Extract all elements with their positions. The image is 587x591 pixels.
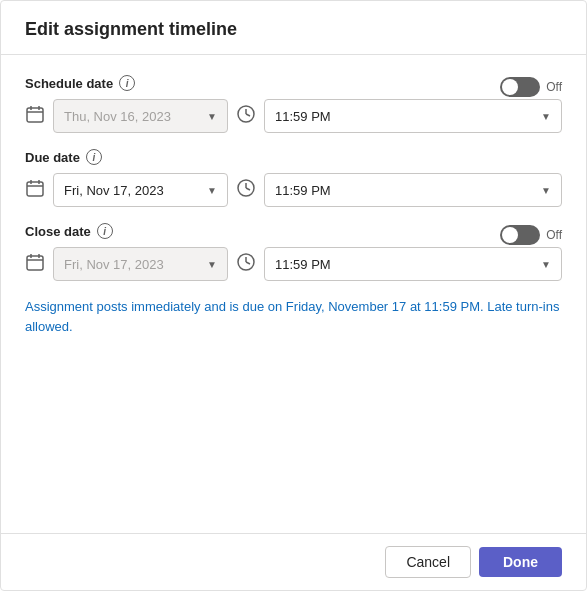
- close-date-value: Fri, Nov 17, 2023: [64, 257, 164, 272]
- schedule-date-row: Thu, Nov 16, 2023 ▼ 11:59 PM ▼: [25, 99, 562, 133]
- close-time-chevron-icon: ▼: [541, 259, 551, 270]
- due-time-chevron-icon: ▼: [541, 185, 551, 196]
- close-date-row: Fri, Nov 17, 2023 ▼ 11:59 PM ▼: [25, 247, 562, 281]
- close-time-value: 11:59 PM: [275, 257, 331, 272]
- due-date-info-icon[interactable]: i: [86, 149, 102, 165]
- due-date-picker[interactable]: Fri, Nov 17, 2023 ▼: [53, 173, 228, 207]
- dialog-footer: Cancel Done: [1, 533, 586, 590]
- due-date-value: Fri, Nov 17, 2023: [64, 183, 164, 198]
- svg-rect-0: [27, 108, 43, 122]
- due-date-label-row: Due date i: [25, 149, 562, 165]
- due-date-label: Due date: [25, 150, 80, 165]
- schedule-date-value: Thu, Nov 16, 2023: [64, 109, 171, 124]
- svg-rect-7: [27, 182, 43, 196]
- schedule-time-value: 11:59 PM: [275, 109, 331, 124]
- schedule-date-header: Schedule date i Off: [25, 75, 562, 99]
- schedule-date-info-icon[interactable]: i: [119, 75, 135, 91]
- due-time-value: 11:59 PM: [275, 183, 331, 198]
- close-calendar-icon: [25, 252, 45, 277]
- svg-rect-14: [27, 256, 43, 270]
- close-clock-icon: [236, 252, 256, 277]
- svg-line-6: [246, 114, 250, 116]
- schedule-toggle-label: Off: [546, 80, 562, 94]
- due-date-section: Due date i Fri, Nov 17, 2023 ▼: [25, 149, 562, 207]
- dialog-body: Schedule date i Off: [1, 55, 586, 533]
- done-button[interactable]: Done: [479, 547, 562, 577]
- close-toggle-knob: [502, 227, 518, 243]
- assignment-info-text: Assignment posts immediately and is due …: [25, 297, 562, 336]
- schedule-calendar-icon: [25, 104, 45, 129]
- schedule-date-chevron-icon: ▼: [207, 111, 217, 122]
- due-clock-icon: [236, 178, 256, 203]
- schedule-time-chevron-icon: ▼: [541, 111, 551, 122]
- schedule-date-section: Schedule date i Off: [25, 75, 562, 133]
- close-date-label: Close date: [25, 224, 91, 239]
- close-toggle[interactable]: [500, 225, 540, 245]
- schedule-toggle[interactable]: [500, 77, 540, 97]
- due-date-chevron-icon: ▼: [207, 185, 217, 196]
- schedule-date-picker[interactable]: Thu, Nov 16, 2023 ▼: [53, 99, 228, 133]
- dialog-header: Edit assignment timeline: [1, 1, 586, 55]
- schedule-date-label: Schedule date: [25, 76, 113, 91]
- svg-line-13: [246, 188, 250, 190]
- close-date-label-row: Close date i: [25, 223, 113, 239]
- svg-line-20: [246, 262, 250, 264]
- close-toggle-wrap: Off: [500, 225, 562, 245]
- schedule-toggle-knob: [502, 79, 518, 95]
- due-date-row: Fri, Nov 17, 2023 ▼ 11:59 PM ▼: [25, 173, 562, 207]
- edit-assignment-dialog: Edit assignment timeline Schedule date i…: [0, 0, 587, 591]
- close-date-info-icon[interactable]: i: [97, 223, 113, 239]
- due-time-picker[interactable]: 11:59 PM ▼: [264, 173, 562, 207]
- schedule-date-label-row: Schedule date i: [25, 75, 135, 91]
- close-time-picker[interactable]: 11:59 PM ▼: [264, 247, 562, 281]
- dialog-title: Edit assignment timeline: [25, 19, 237, 39]
- close-date-picker[interactable]: Fri, Nov 17, 2023 ▼: [53, 247, 228, 281]
- close-date-section: Close date i Off: [25, 223, 562, 281]
- close-date-chevron-icon: ▼: [207, 259, 217, 270]
- cancel-button[interactable]: Cancel: [385, 546, 471, 578]
- schedule-toggle-wrap: Off: [500, 77, 562, 97]
- close-toggle-label: Off: [546, 228, 562, 242]
- close-date-header: Close date i Off: [25, 223, 562, 247]
- schedule-clock-icon: [236, 104, 256, 129]
- due-calendar-icon: [25, 178, 45, 203]
- schedule-time-picker[interactable]: 11:59 PM ▼: [264, 99, 562, 133]
